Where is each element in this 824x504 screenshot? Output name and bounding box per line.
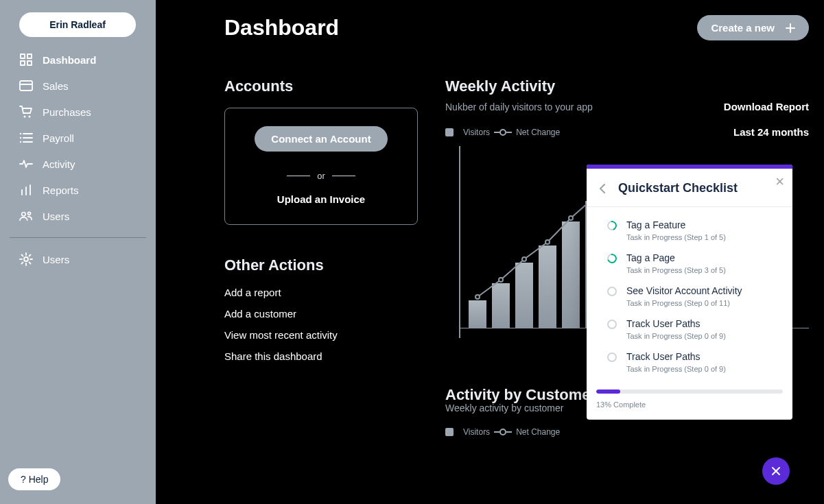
accounts-box: Connect an Account or Upload an Invoice (224, 108, 418, 225)
user-pill[interactable]: Erin Radleaf (19, 12, 136, 37)
legend-netchange-icon (499, 129, 506, 136)
progress-bar (596, 389, 783, 394)
sidebar-item-label: Sales (43, 80, 69, 92)
sidebar-item-payroll[interactable]: Payroll (0, 125, 156, 151)
or-separator: or (244, 171, 398, 181)
create-new-button[interactable]: Create a new (697, 15, 809, 40)
close-fab[interactable] (762, 457, 790, 485)
task-item[interactable]: See Visitor Account ActivityTask in Prog… (587, 278, 792, 311)
svg-point-11 (20, 133, 21, 134)
users-icon (19, 209, 33, 223)
gear-icon (19, 252, 33, 266)
chart-bar (469, 300, 486, 328)
action-link[interactable]: Share this dashboard (224, 350, 418, 362)
left-column: Accounts Connect an Account or Upload an… (224, 77, 418, 437)
svg-rect-2 (21, 61, 25, 65)
sidebar-item-sales[interactable]: Sales (0, 73, 156, 99)
task-subtitle: Task in Progress (Step 0 of 11) (626, 299, 742, 307)
popup-back-button[interactable] (599, 184, 606, 193)
legend-netchange-label-2: Net Change (516, 427, 560, 437)
sidebar-item-label: Users (43, 254, 69, 265)
bars-icon (19, 183, 33, 197)
task-subtitle: Task in Progress (Step 0 of 9) (626, 332, 726, 340)
svg-point-19 (24, 257, 28, 261)
chart-bar (539, 245, 556, 328)
help-button[interactable]: ? Help (8, 468, 60, 490)
sidebar-item-label: Dashboard (43, 54, 96, 66)
sidebar-item-label: Activity (43, 158, 75, 170)
task-item[interactable]: Track User PathsTask in Progress (Step 0… (587, 311, 792, 344)
chart-bar (492, 283, 510, 328)
task-list: Tag a FeatureTask in Progress (Step 1 of… (587, 207, 792, 383)
plus-icon (786, 23, 795, 33)
svg-point-12 (20, 137, 21, 139)
task-subtitle: Task in Progress (Step 1 of 5) (626, 233, 726, 241)
svg-point-6 (24, 116, 26, 118)
chart-bar (515, 263, 533, 328)
svg-point-17 (22, 213, 25, 216)
task-title: See Visitor Account Activity (626, 285, 742, 296)
task-title: Track User Paths (626, 351, 726, 362)
legend-netchange-icon-2 (499, 429, 506, 435)
task-item[interactable]: Track User PathsTask in Progress (Step 0… (587, 344, 792, 377)
grid-icon (19, 53, 33, 67)
legend-visitors-label: Visitors (463, 128, 490, 137)
quickstart-popup: Quickstart Checklist × Tag a FeatureTask… (587, 165, 792, 420)
legend-visitors-icon-2 (445, 428, 454, 436)
task-status-icon (605, 252, 618, 265)
svg-rect-4 (20, 81, 32, 91)
task-status-icon (605, 219, 618, 232)
page-header: Dashboard Create a new (224, 15, 809, 40)
sidebar-item-dashboard[interactable]: Dashboard (0, 47, 156, 73)
activity-icon (19, 157, 33, 171)
task-title: Tag a Feature (626, 219, 726, 230)
svg-point-18 (28, 212, 31, 215)
task-status-icon (607, 320, 617, 329)
nav-divider (10, 237, 146, 238)
accounts-heading: Accounts (224, 77, 418, 95)
legend-visitors-icon (445, 128, 454, 136)
create-new-label: Create a new (711, 22, 775, 34)
legend-visitors-label-2: Visitors (463, 427, 490, 437)
task-item[interactable]: Tag a PageTask in Progress (Step 3 of 5) (587, 245, 792, 278)
page-title: Dashboard (224, 15, 339, 40)
upload-invoice-link[interactable]: Upload an Invoice (244, 193, 398, 205)
task-subtitle: Task in Progress (Step 0 of 9) (626, 365, 726, 373)
chart-bar (562, 221, 580, 328)
popup-title: Quickstart Checklist (618, 181, 738, 195)
progress-label: 13% Complete (596, 400, 783, 409)
weekly-subtitle: Nukber of daily visitors to your app (445, 101, 593, 112)
svg-point-7 (29, 116, 31, 118)
task-status-icon (607, 287, 617, 296)
list-icon (19, 131, 33, 145)
svg-rect-1 (27, 54, 32, 58)
legend-netchange-label: Net Change (516, 128, 560, 137)
sidebar-item-reports[interactable]: Reports (0, 177, 156, 203)
sidebar-item-users[interactable]: Users (0, 246, 156, 272)
svg-point-13 (20, 141, 21, 143)
task-status-icon (607, 352, 617, 362)
action-link[interactable]: Add a customer (224, 308, 418, 320)
other-actions-heading: Other Actions (224, 256, 418, 274)
svg-rect-3 (27, 61, 32, 65)
action-link[interactable]: View most recent activity (224, 329, 418, 341)
or-label: or (317, 171, 325, 181)
connect-account-button[interactable]: Connect an Account (255, 126, 387, 152)
sidebar-item-label: Reports (43, 184, 79, 196)
sidebar-item-label: Purchases (43, 106, 91, 118)
sidebar-item-users[interactable]: Users (0, 203, 156, 229)
task-subtitle: Task in Progress (Step 3 of 5) (626, 266, 726, 274)
svg-rect-0 (21, 54, 25, 58)
sidebar-item-purchases[interactable]: Purchases (0, 99, 156, 125)
download-report-link[interactable]: Download Report (724, 101, 809, 112)
action-link[interactable]: Add a report (224, 287, 418, 298)
sidebar-item-label: Users (43, 211, 69, 222)
task-item[interactable]: Tag a FeatureTask in Progress (Step 1 of… (587, 213, 792, 245)
task-title: Tag a Page (626, 252, 726, 263)
sidebar-item-activity[interactable]: Activity (0, 151, 156, 177)
range-label: Last 24 months (733, 126, 809, 138)
nav-secondary: Users (0, 246, 156, 272)
nav-primary: DashboardSalesPurchasesPayrollActivityRe… (0, 47, 156, 229)
other-actions: Other Actions Add a reportAdd a customer… (224, 256, 418, 362)
popup-close-button[interactable]: × (775, 174, 784, 189)
